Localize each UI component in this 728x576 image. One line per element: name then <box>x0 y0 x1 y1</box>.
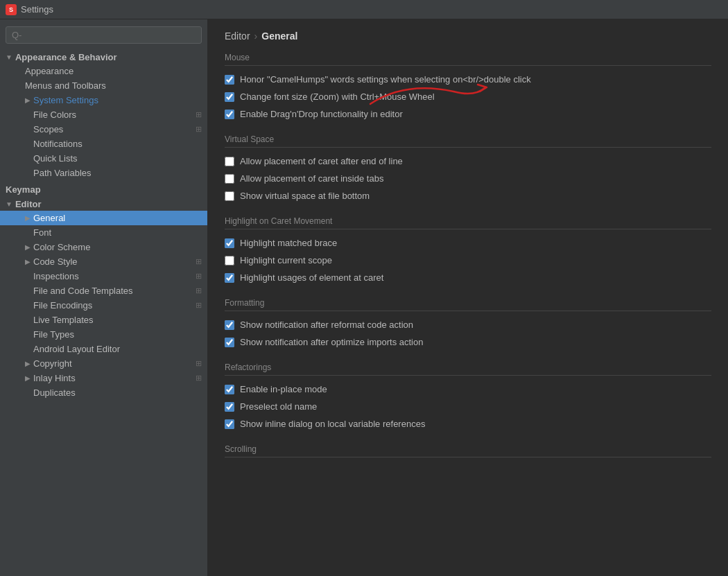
checkbox-highlight-scope: Highlight current scope <box>225 254 711 267</box>
sidebar-item-editor[interactable]: ▼ Editor <box>0 196 207 211</box>
checkbox-highlight-scope-input[interactable] <box>225 256 234 265</box>
sidebar-item-general[interactable]: ▶ General <box>0 211 207 225</box>
copy-icon: ⊞ <box>196 272 202 281</box>
expand-icon: ▶ <box>25 374 31 382</box>
copy-icon: ⊞ <box>196 125 202 134</box>
checkbox-inline-dialog: Show inline dialog on local variable ref… <box>225 417 711 430</box>
sidebar-item-appearance-behavior[interactable]: ▼ Appearance & Behavior <box>0 49 207 64</box>
sidebar-item-color-scheme[interactable]: ▶ Color Scheme <box>0 240 207 254</box>
section-refactorings: Refactorings Enable in-place mode Presel… <box>225 363 711 430</box>
checkbox-highlight-usages-input[interactable] <box>225 273 234 283</box>
expand-icon: ▶ <box>25 243 31 251</box>
checkbox-highlight-usages: Highlight usages of element at caret <box>225 271 711 284</box>
checkbox-preselect-name-input[interactable] <box>225 402 234 412</box>
right-panel: Editor › General Mouse Honor "CamelHumps… <box>208 19 728 576</box>
section-title-virtual-space: Virtual Space <box>225 134 711 148</box>
copy-icon: ⊞ <box>196 110 202 119</box>
breadcrumb: Editor › General <box>225 30 711 42</box>
breadcrumb-separator: › <box>254 30 258 42</box>
checkbox-highlight-brace-input[interactable] <box>225 238 234 248</box>
arrow-icon: ▼ <box>6 53 12 61</box>
sidebar-item-notifications[interactable]: Notifications <box>0 137 207 151</box>
sidebar-item-scopes[interactable]: Scopes ⊞ <box>0 122 207 137</box>
checkbox-virtual-space-bottom-input[interactable] <box>225 191 234 201</box>
expand-icon: ▶ <box>25 96 31 104</box>
main-content: ▼ Appearance & Behavior Appearance Menus… <box>0 19 728 576</box>
section-title-scrolling: Scrolling <box>225 444 711 457</box>
breadcrumb-current: General <box>261 30 297 42</box>
sidebar-item-path-variables[interactable]: Path Variables <box>0 166 207 180</box>
sidebar-item-live-templates[interactable]: Live Templates <box>0 313 207 327</box>
checkbox-font-zoom: Change font size (Zoom) with Ctrl+Mouse … <box>225 90 711 103</box>
section-title-formatting: Formatting <box>225 298 711 311</box>
copy-icon: ⊞ <box>196 257 202 266</box>
sidebar-item-file-code-templates[interactable]: File and Code Templates ⊞ <box>0 283 207 298</box>
copy-icon: ⊞ <box>196 359 202 368</box>
checkbox-drag-drop-input[interactable] <box>225 110 234 119</box>
checkbox-drag-drop: Enable Drag'n'Drop functionality in edit… <box>225 107 711 121</box>
section-highlight-caret: Highlight on Caret Movement Highlight ma… <box>225 216 711 284</box>
checkbox-notify-optimize: Show notification after optimize imports… <box>225 335 711 349</box>
sidebar-item-menus-toolbars[interactable]: Menus and Toolbars <box>0 78 207 93</box>
sidebar-item-inlay-hints[interactable]: ▶ Inlay Hints ⊞ <box>0 371 207 385</box>
sidebar: ▼ Appearance & Behavior Appearance Menus… <box>0 19 208 576</box>
section-virtual-space: Virtual Space Allow placement of caret a… <box>225 134 711 202</box>
arrow-icon: ▼ <box>6 200 12 208</box>
expand-icon: ▶ <box>25 360 31 367</box>
section-title-highlight-caret: Highlight on Caret Movement <box>225 216 711 229</box>
copy-icon: ⊞ <box>196 301 202 310</box>
title-bar: S Settings <box>0 0 728 19</box>
checkbox-caret-end-of-line: Allow placement of caret after end of li… <box>225 155 711 168</box>
checkbox-inplace-mode-input[interactable] <box>225 385 234 394</box>
sidebar-item-keymap[interactable]: Keymap <box>0 180 207 196</box>
sidebar-item-file-encodings[interactable]: File Encodings ⊞ <box>0 298 207 313</box>
search-input[interactable] <box>6 26 202 44</box>
sidebar-item-system-settings[interactable]: ▶ System Settings <box>0 93 207 107</box>
section-formatting: Formatting Show notification after refor… <box>225 298 711 349</box>
sidebar-item-code-style[interactable]: ▶ Code Style ⊞ <box>0 254 207 269</box>
app-icon: S <box>6 4 17 15</box>
checkbox-virtual-space-bottom: Show virtual space at file bottom <box>225 189 711 202</box>
font-zoom-label: Change font size (Zoom) with Ctrl+Mouse … <box>240 91 435 102</box>
copy-icon: ⊞ <box>196 374 202 383</box>
title-bar-text: Settings <box>21 4 53 15</box>
sidebar-item-duplicates[interactable]: Duplicates <box>0 385 207 400</box>
sidebar-item-inspections[interactable]: Inspections ⊞ <box>0 269 207 283</box>
expand-icon: ▶ <box>25 214 31 222</box>
checkbox-inline-dialog-input[interactable] <box>225 419 234 429</box>
section-mouse: Mouse Honor "CamelHumps" words settings … <box>225 53 711 121</box>
checkbox-font-zoom-input[interactable] <box>225 92 234 102</box>
section-title-refactorings: Refactorings <box>225 363 711 376</box>
checkbox-notify-reformat-input[interactable] <box>225 320 234 330</box>
checkbox-caret-inside-tabs: Allow placement of caret inside tabs <box>225 172 711 185</box>
sidebar-item-file-types[interactable]: File Types <box>0 327 207 342</box>
sidebar-item-file-colors[interactable]: File Colors ⊞ <box>0 107 207 122</box>
checkbox-highlight-brace: Highlight matched brace <box>225 236 711 250</box>
checkbox-caret-end-of-line-input[interactable] <box>225 157 234 166</box>
copy-icon: ⊞ <box>196 286 202 295</box>
sidebar-item-copyright[interactable]: ▶ Copyright ⊞ <box>0 356 207 371</box>
sidebar-item-android-layout-editor[interactable]: Android Layout Editor <box>0 342 207 356</box>
breadcrumb-parent: Editor <box>225 30 250 42</box>
sidebar-item-font[interactable]: Font <box>0 225 207 240</box>
section-title-mouse: Mouse <box>225 53 711 66</box>
checkbox-caret-inside-tabs-input[interactable] <box>225 174 234 184</box>
sidebar-item-quick-lists[interactable]: Quick Lists <box>0 151 207 166</box>
section-scrolling: Scrolling <box>225 444 711 457</box>
checkbox-camel-humps: Honor "CamelHumps" words settings when s… <box>225 73 711 86</box>
checkbox-notify-optimize-input[interactable] <box>225 338 234 347</box>
expand-icon: ▶ <box>25 258 31 265</box>
checkbox-camel-humps-input[interactable] <box>225 75 234 85</box>
checkbox-preselect-name: Preselect old name <box>225 400 711 413</box>
checkbox-inplace-mode: Enable in-place mode <box>225 383 711 396</box>
sidebar-item-appearance[interactable]: Appearance <box>0 64 207 78</box>
checkbox-notify-reformat: Show notification after reformat code ac… <box>225 318 711 331</box>
